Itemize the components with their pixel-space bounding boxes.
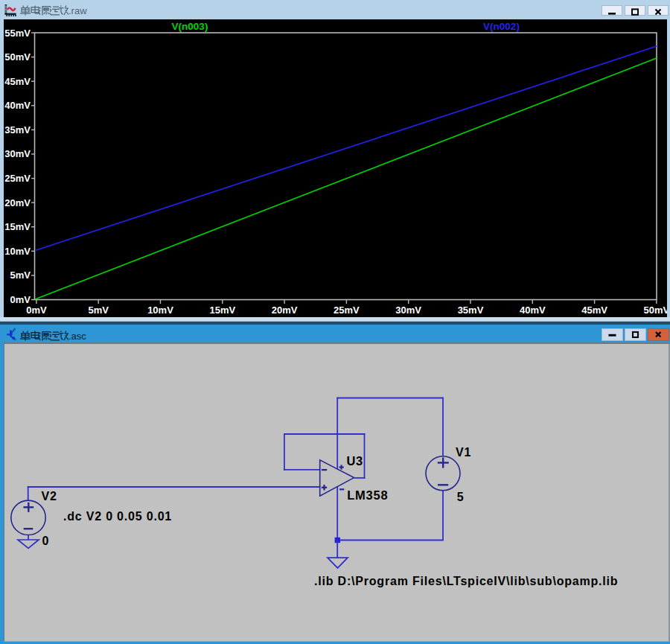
svg-text:20mV: 20mV <box>4 197 31 208</box>
svg-text:20mV: 20mV <box>272 305 298 316</box>
svg-text:50mV: 50mV <box>644 305 667 316</box>
svg-text:5mV: 5mV <box>88 305 109 316</box>
svg-text:55mV: 55mV <box>4 28 31 39</box>
svg-text:35mV: 35mV <box>458 305 484 316</box>
svg-text:LM358: LM358 <box>347 488 388 502</box>
svg-text:15mV: 15mV <box>4 221 31 232</box>
svg-text:0mV: 0mV <box>26 305 47 316</box>
svg-text:50mV: 50mV <box>4 51 31 63</box>
svg-text:V(n003): V(n003) <box>172 21 208 32</box>
svg-text:45mV: 45mV <box>4 76 31 87</box>
svg-text:25mV: 25mV <box>4 173 31 184</box>
svg-text:10mV: 10mV <box>4 246 31 257</box>
svg-text:30mV: 30mV <box>395 305 421 316</box>
svg-text:5mV: 5mV <box>10 270 31 281</box>
svg-text:30mV: 30mV <box>4 148 31 159</box>
svg-text:U3: U3 <box>346 454 363 468</box>
svg-text:V(n002): V(n002) <box>483 21 520 32</box>
svg-text:0: 0 <box>42 535 50 547</box>
svg-text:15mV: 15mV <box>209 305 235 316</box>
svg-text:35mV: 35mV <box>4 124 31 136</box>
svg-text:V1: V1 <box>456 446 471 459</box>
svg-text:V2: V2 <box>42 490 57 503</box>
svg-text:25mV: 25mV <box>334 305 360 316</box>
svg-text:40mV: 40mV <box>4 100 31 111</box>
svg-text:.lib D:\Program Files\LTspiceI: .lib D:\Program Files\LTspiceIV\lib\sub\… <box>314 575 618 587</box>
svg-text:10mV: 10mV <box>147 305 173 316</box>
svg-text:.dc V2 0 0.05 0.01: .dc V2 0 0.05 0.01 <box>63 510 172 523</box>
svg-text:40mV: 40mV <box>520 305 546 316</box>
svg-text:5: 5 <box>457 491 465 503</box>
svg-text:45mV: 45mV <box>581 305 607 316</box>
